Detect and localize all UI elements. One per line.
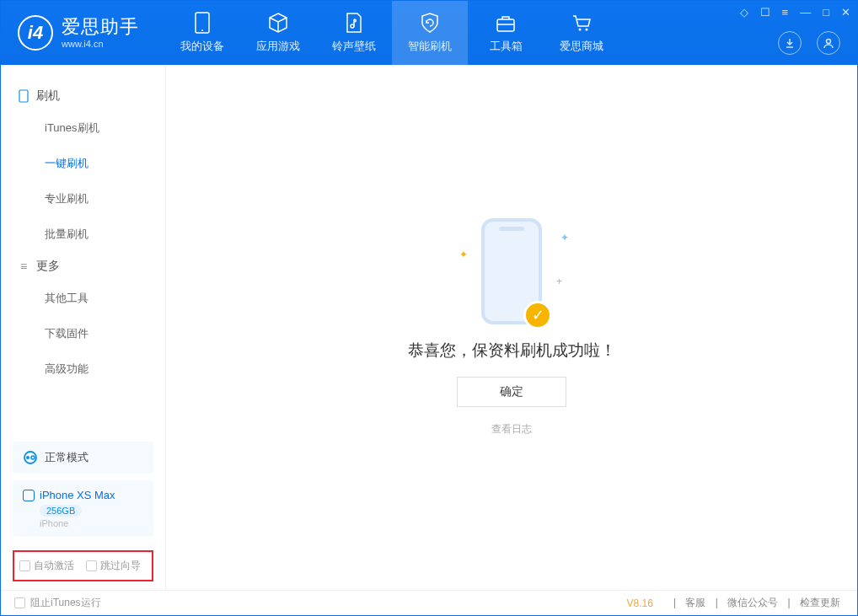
music-file-icon: [343, 12, 365, 34]
skip-wizard-checkbox[interactable]: 跳过向导: [86, 559, 141, 573]
mode-label: 正常模式: [45, 450, 88, 465]
svg-point-5: [579, 29, 582, 31]
svg-point-6: [586, 29, 588, 31]
main-content: ✓ ✦ ✦ + 恭喜您，保资料刷机成功啦！ 确定 查看日志: [166, 65, 857, 590]
app-body: 刷机 iTunes刷机 一键刷机 专业刷机 批量刷机 ≡ 更多 其他工具 下载固…: [1, 65, 857, 590]
titlebar-controls: ◇ ☐ ≡ — □ ✕: [740, 6, 850, 19]
shirt-icon[interactable]: ◇: [740, 6, 748, 19]
list-icon: ≡: [18, 260, 29, 272]
section-title: 刷机: [36, 88, 60, 104]
header-right-icons: [778, 31, 840, 55]
sparkle-icon: ✦: [560, 232, 569, 244]
view-log-link[interactable]: 查看日志: [491, 422, 532, 437]
ok-button[interactable]: 确定: [457, 377, 566, 407]
device-icon: [18, 90, 29, 102]
phone-small-icon: [23, 490, 35, 501]
app-header: i4 爱思助手 www.i4.cn 我的设备 应用游戏 铃声壁纸 智能刷机 工具…: [1, 1, 857, 65]
tab-label: 铃声壁纸: [332, 39, 376, 54]
nav-download-firmware[interactable]: 下载固件: [1, 316, 165, 351]
sidebar: 刷机 iTunes刷机 一键刷机 专业刷机 批量刷机 ≡ 更多 其他工具 下载固…: [1, 65, 166, 590]
sidebar-section-flash: 刷机: [1, 82, 165, 110]
success-message: 恭喜您，保资料刷机成功啦！: [408, 340, 616, 362]
svg-point-11: [31, 456, 35, 459]
success-illustration: ✓ ✦ ✦ +: [481, 218, 542, 324]
check-update-link[interactable]: 检查更新: [800, 597, 840, 608]
nav-batch-flash[interactable]: 批量刷机: [1, 217, 165, 252]
lock-icon[interactable]: ☐: [760, 6, 770, 19]
section-title: 更多: [36, 259, 60, 274]
app-title: 爱思助手: [62, 16, 139, 38]
app-subtitle: www.i4.cn: [62, 39, 139, 50]
status-bar: 阻止iTunes运行 V8.16 | 客服 | 微信公众号 | 检查更新: [1, 590, 857, 615]
auto-activate-checkbox[interactable]: 自动激活: [19, 559, 74, 573]
tab-label: 工具箱: [490, 39, 523, 54]
flash-options-highlight: 自动激活 跳过向导: [13, 550, 153, 581]
footer-links: | 客服 | 微信公众号 | 检查更新: [670, 596, 844, 610]
minimize-button[interactable]: —: [800, 6, 811, 19]
logo-icon: i4: [18, 15, 53, 51]
svg-point-2: [351, 24, 354, 28]
nav-one-click-flash[interactable]: 一键刷机: [1, 146, 165, 181]
device-capacity: 256GB: [40, 505, 82, 517]
tab-store[interactable]: 爱思商城: [544, 1, 619, 65]
sparkle-icon: ✦: [459, 249, 468, 260]
svg-rect-8: [19, 90, 28, 102]
check-badge-icon: ✓: [523, 301, 552, 329]
device-name: iPhone XS Max: [40, 489, 115, 501]
device-type: iPhone: [40, 518, 143, 528]
device-info-box[interactable]: iPhone XS Max 256GB iPhone: [13, 480, 153, 537]
nav-itunes-flash[interactable]: iTunes刷机: [1, 110, 165, 146]
device-mode-box[interactable]: 正常模式: [13, 442, 153, 474]
block-itunes-checkbox[interactable]: 阻止iTunes运行: [14, 596, 101, 610]
header-tabs: 我的设备 应用游戏 铃声壁纸 智能刷机 工具箱 爱思商城: [164, 1, 619, 65]
svg-point-10: [26, 456, 29, 459]
cube-icon: [267, 12, 289, 34]
device-name-row: iPhone XS Max: [23, 489, 143, 501]
menu-icon[interactable]: ≡: [782, 6, 789, 19]
phone-icon: [191, 12, 213, 34]
nav-other-tools[interactable]: 其他工具: [1, 281, 165, 316]
svg-point-7: [827, 40, 831, 44]
nav-pro-flash[interactable]: 专业刷机: [1, 181, 165, 217]
mode-icon: [23, 450, 38, 465]
tab-smart-flash[interactable]: 智能刷机: [392, 1, 468, 65]
logo-area: i4 爱思助手 www.i4.cn: [1, 15, 156, 51]
svg-point-1: [201, 29, 203, 31]
tab-label: 爱思商城: [560, 39, 603, 54]
toolbox-icon: [495, 12, 517, 34]
maximize-button[interactable]: □: [823, 6, 829, 19]
tab-label: 应用游戏: [256, 39, 300, 54]
cart-icon: [571, 12, 593, 34]
sparkle-icon: +: [556, 276, 562, 287]
support-link[interactable]: 客服: [685, 597, 705, 608]
tab-toolbox[interactable]: 工具箱: [468, 1, 544, 65]
sidebar-section-more: ≡ 更多: [1, 252, 165, 281]
tab-ringtone-wallpaper[interactable]: 铃声壁纸: [316, 1, 392, 65]
tab-my-device[interactable]: 我的设备: [164, 1, 240, 65]
tab-label: 我的设备: [180, 39, 224, 54]
close-button[interactable]: ✕: [841, 6, 850, 19]
tab-apps-games[interactable]: 应用游戏: [240, 1, 316, 65]
wechat-link[interactable]: 微信公众号: [727, 597, 778, 608]
svg-rect-3: [497, 19, 514, 31]
shield-refresh-icon: [419, 12, 441, 34]
download-icon[interactable]: [778, 31, 802, 55]
tab-label: 智能刷机: [408, 39, 452, 54]
nav-advanced[interactable]: 高级功能: [1, 351, 165, 387]
user-icon[interactable]: [817, 31, 840, 55]
logo-text: 爱思助手 www.i4.cn: [62, 16, 139, 50]
version-label: V8.16: [627, 597, 653, 609]
